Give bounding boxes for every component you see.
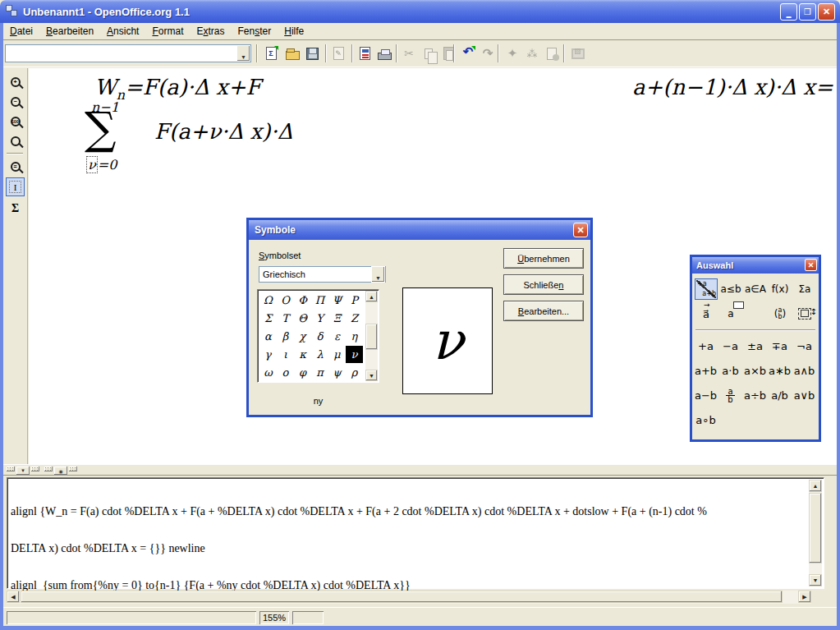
symbol-cell[interactable]: Ρ bbox=[346, 292, 363, 309]
scrollbar-thumb[interactable] bbox=[365, 324, 378, 350]
vertical-scrollbar[interactable] bbox=[809, 480, 822, 586]
symbol-cell[interactable]: α bbox=[259, 328, 277, 345]
symbol-cell[interactable]: Π bbox=[311, 292, 328, 309]
menu-fenster[interactable]: Fenster bbox=[232, 24, 278, 39]
symbol-cell[interactable]: χ bbox=[294, 328, 311, 345]
symbol-cell[interactable]: Ω bbox=[259, 292, 277, 309]
symbol-cell[interactable]: φ bbox=[294, 364, 311, 381]
edit-file-button[interactable]: ✎ bbox=[328, 44, 348, 63]
symbol-cell[interactable]: δ bbox=[311, 328, 328, 345]
symbol-cell[interactable]: ω bbox=[259, 364, 277, 381]
palette-symbol[interactable]: a∨b bbox=[792, 385, 816, 405]
palette-symbol[interactable]: a+b bbox=[694, 361, 718, 380]
symbol-cell[interactable]: Ψ bbox=[328, 292, 346, 309]
gallery-button[interactable] bbox=[568, 44, 588, 63]
palette-symbol[interactable]: a·b bbox=[718, 361, 742, 380]
palette-symbol[interactable]: a∗b bbox=[768, 361, 792, 380]
symbol-cell[interactable]: Υ bbox=[311, 310, 328, 327]
print-button[interactable] bbox=[374, 44, 394, 63]
copy-button[interactable] bbox=[419, 44, 438, 63]
scroll-right-icon[interactable] bbox=[798, 591, 811, 603]
category-unary-binary[interactable]: +aa+b bbox=[695, 278, 718, 300]
menu-extras[interactable]: Extras bbox=[190, 24, 232, 39]
edit-button[interactable]: Bearbeiten... bbox=[503, 301, 584, 321]
close-button[interactable] bbox=[818, 3, 835, 21]
dialog-close-icon[interactable]: ✕ bbox=[573, 223, 588, 237]
palette-symbol[interactable]: a∘b bbox=[694, 410, 718, 430]
palette-close-icon[interactable]: ✕ bbox=[805, 259, 817, 271]
zoom-out-button[interactable]: − bbox=[6, 92, 25, 111]
save-button[interactable] bbox=[302, 44, 322, 63]
grip-icon[interactable] bbox=[44, 467, 53, 471]
cut-button[interactable] bbox=[399, 44, 419, 63]
command-window-splitter[interactable]: ▼ ◉ bbox=[3, 464, 837, 476]
navigator-button[interactable] bbox=[503, 44, 522, 63]
symbol-cell[interactable]: Ο bbox=[277, 292, 294, 309]
symbol-cell[interactable]: λ bbox=[311, 346, 328, 363]
category-attributes[interactable]: a⃗ bbox=[695, 303, 718, 324]
templates-button[interactable] bbox=[542, 44, 562, 63]
autopilot-button[interactable] bbox=[522, 44, 542, 63]
palette-symbol[interactable]: a−b bbox=[694, 385, 718, 405]
symbol-cell[interactable]: ρ bbox=[346, 364, 363, 381]
formula-source-editor[interactable]: alignl {W_n = F(a) cdot %DELTA x + F(a +… bbox=[7, 477, 824, 589]
palette-symbol[interactable]: a÷b bbox=[743, 385, 767, 405]
menu-hilfe[interactable]: Hilfe bbox=[278, 24, 310, 39]
minimize-button[interactable] bbox=[780, 3, 797, 21]
selection-palette-titlebar[interactable]: Auswahl bbox=[692, 257, 819, 274]
palette-symbol[interactable]: a∧b bbox=[792, 361, 816, 380]
category-formats[interactable] bbox=[793, 303, 816, 324]
scroll-up-icon[interactable] bbox=[809, 480, 822, 492]
url-input[interactable] bbox=[6, 45, 236, 62]
palette-symbol[interactable]: −a bbox=[718, 336, 742, 356]
palette-symbol[interactable]: +a bbox=[694, 336, 718, 356]
symbol-cell[interactable]: Σ bbox=[259, 310, 277, 327]
zoom-level-panel[interactable]: 155% bbox=[259, 611, 289, 624]
symbol-cell-selected[interactable]: ν bbox=[346, 346, 363, 363]
category-operators[interactable]: Σa bbox=[793, 278, 816, 300]
symbol-cell[interactable]: Ξ bbox=[328, 310, 346, 327]
undo-button[interactable] bbox=[458, 44, 478, 63]
category-others[interactable]: a bbox=[719, 303, 742, 324]
scroll-down-icon[interactable] bbox=[809, 574, 822, 586]
symbol-cell[interactable]: η bbox=[346, 328, 363, 345]
symbol-cell[interactable]: ο bbox=[277, 364, 294, 381]
menu-datei[interactable]: Datei bbox=[3, 24, 39, 39]
horizontal-scrollbar[interactable] bbox=[7, 591, 811, 604]
url-combobox[interactable] bbox=[5, 44, 251, 62]
combo-dropdown-icon[interactable] bbox=[371, 266, 385, 283]
new-formula-button[interactable] bbox=[261, 44, 281, 63]
apply-button[interactable]: Übernehmen bbox=[503, 248, 584, 269]
scroll-left-icon[interactable] bbox=[7, 591, 20, 603]
close-dialog-button[interactable]: Schließen bbox=[503, 274, 584, 295]
symbol-cell[interactable]: κ bbox=[294, 346, 311, 363]
symbol-cell[interactable]: Φ bbox=[294, 292, 311, 309]
category-functions[interactable]: f(x) bbox=[769, 278, 792, 300]
symbol-cell[interactable]: Ζ bbox=[346, 310, 363, 327]
symbols-dialog-titlebar[interactable]: Symbole bbox=[249, 220, 590, 240]
symbol-cell[interactable]: ε bbox=[328, 328, 346, 345]
selected-token[interactable]: ν bbox=[86, 156, 98, 173]
menu-format[interactable]: Format bbox=[145, 24, 190, 39]
symbol-cell[interactable]: π bbox=[311, 364, 328, 381]
print-file-directly-button[interactable] bbox=[355, 44, 374, 63]
scroll-up-icon[interactable] bbox=[365, 291, 378, 302]
grip-icon[interactable] bbox=[31, 467, 39, 471]
symbol-cell[interactable]: Τ bbox=[277, 310, 294, 327]
symbol-cell[interactable]: γ bbox=[259, 346, 277, 363]
zoom-button[interactable] bbox=[6, 131, 25, 150]
symbols-button[interactable]: Σ bbox=[6, 199, 25, 218]
symbol-cell[interactable]: β bbox=[277, 328, 294, 345]
category-relations[interactable]: a≤b bbox=[719, 278, 742, 300]
scrollbar-thumb[interactable] bbox=[21, 591, 783, 603]
palette-symbol[interactable]: a/b bbox=[768, 385, 792, 405]
symbol-cell[interactable]: μ bbox=[328, 346, 346, 363]
menu-ansicht[interactable]: Ansicht bbox=[100, 24, 145, 39]
palette-symbol[interactable]: ¬a bbox=[792, 336, 816, 356]
formula-cursor-button[interactable]: I bbox=[6, 177, 25, 196]
scroll-down-icon[interactable] bbox=[365, 370, 378, 381]
scrollbar-thumb[interactable] bbox=[809, 493, 822, 563]
symbol-cell[interactable]: ψ bbox=[328, 364, 346, 381]
symbol-grid-scrollbar[interactable] bbox=[365, 291, 378, 381]
menu-bearbeiten[interactable]: Bearbeiten bbox=[39, 24, 100, 39]
